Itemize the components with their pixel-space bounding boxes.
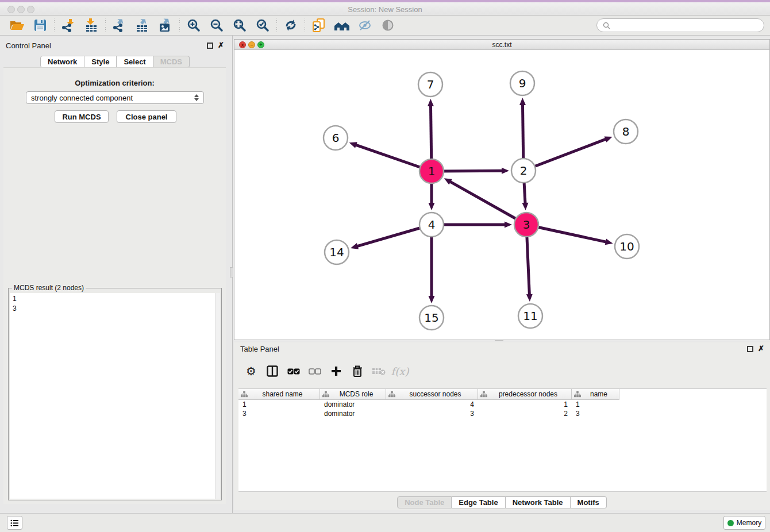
memory-status-icon xyxy=(727,520,734,526)
hide-graphics-details-button[interactable] xyxy=(353,17,376,34)
run-mcds-button[interactable]: Run MCDS xyxy=(55,110,109,123)
zoom-selected-button[interactable] xyxy=(251,17,274,34)
function-builder-icon: f(x) xyxy=(391,365,409,377)
search-input[interactable] xyxy=(614,21,758,29)
column-header-successor-nodes[interactable]: successor nodes xyxy=(386,389,478,400)
arrowhead-icon xyxy=(522,203,528,210)
zoom-out-button[interactable] xyxy=(205,17,228,34)
birdseye-view-button[interactable] xyxy=(376,17,399,34)
export-image-icon xyxy=(159,18,172,32)
column-header-name[interactable]: name xyxy=(572,389,619,400)
export-table-button[interactable] xyxy=(131,17,154,34)
column-header-shared-name[interactable]: shared name xyxy=(238,389,320,400)
network-canvas[interactable]: 7968124314101511 xyxy=(234,50,769,340)
apply-layout-button[interactable] xyxy=(279,17,302,34)
save-session-icon xyxy=(34,19,47,32)
close-panel-button[interactable]: Close panel xyxy=(117,110,176,123)
new-network-from-selection-button[interactable] xyxy=(307,17,330,34)
node-label-4: 4 xyxy=(428,218,436,232)
tab-node-table[interactable]: Node Table xyxy=(397,496,452,508)
node-label-6: 6 xyxy=(332,131,340,145)
hide-graphics-details-icon xyxy=(358,19,372,32)
zoom-fit-button[interactable] xyxy=(228,17,251,34)
import-network-button[interactable] xyxy=(57,17,80,34)
network-view-window: x – + scc.txt 7968124314101511 xyxy=(234,39,770,340)
node-table: shared nameMCDS rolesuccessor nodesprede… xyxy=(238,388,767,492)
node-label-2: 2 xyxy=(520,164,528,178)
table-cell[interactable]: dominator xyxy=(320,409,386,418)
task-history-button[interactable] xyxy=(7,516,22,530)
table-row[interactable]: 3dominator323 xyxy=(238,409,767,418)
home-button[interactable] xyxy=(330,17,353,34)
node-label-1: 1 xyxy=(428,164,436,178)
arrowhead-icon xyxy=(519,98,526,105)
zoom-in-button[interactable] xyxy=(182,17,205,34)
criterion-dropdown[interactable]: strongly connected component xyxy=(26,91,204,104)
criterion-value: strongly connected component xyxy=(31,94,133,102)
tab-network-table[interactable]: Network Table xyxy=(506,496,571,508)
float-panel-icon[interactable] xyxy=(207,43,213,49)
toolbar-separator xyxy=(105,18,106,33)
table-panel-tabs: Node TableEdge TableNetwork TableMotifs xyxy=(234,496,770,508)
birdseye-view-icon xyxy=(381,18,395,32)
table-row[interactable]: 1dominator411 xyxy=(238,400,767,409)
delete-table-button[interactable] xyxy=(371,363,387,379)
arrowhead-icon xyxy=(349,142,357,148)
mcds-panel: Optimization criterion: strongly connect… xyxy=(3,67,226,504)
attribute-tree-icon xyxy=(480,391,487,398)
column-header-predecessor-nodes[interactable]: predecessor nodes xyxy=(478,389,572,400)
table-cell[interactable]: 3 xyxy=(572,409,619,418)
delete-row-button[interactable] xyxy=(349,363,365,379)
node-label-15: 15 xyxy=(424,311,438,325)
open-session-button[interactable] xyxy=(6,17,29,34)
tab-motifs[interactable]: Motifs xyxy=(571,496,607,508)
column-layout-button[interactable] xyxy=(264,363,280,379)
table-cell[interactable]: 4 xyxy=(386,400,478,409)
tab-network[interactable]: Network xyxy=(40,56,84,68)
import-table-button[interactable] xyxy=(80,17,103,34)
float-table-panel-icon[interactable] xyxy=(747,346,753,352)
edge-3-1[interactable] xyxy=(450,182,526,225)
arrowhead-icon xyxy=(502,168,509,174)
memory-button[interactable]: Memory xyxy=(723,516,765,530)
settings-gear-button[interactable]: ⚙ xyxy=(243,363,259,379)
deselect-all-columns-button[interactable] xyxy=(307,363,323,379)
export-image-button[interactable] xyxy=(154,17,177,34)
close-panel-icon[interactable]: ✗ xyxy=(218,41,224,49)
search-box[interactable] xyxy=(596,18,764,32)
result-scrollbar[interactable] xyxy=(215,293,220,499)
table-cell[interactable]: 1 xyxy=(238,400,320,409)
splitter-grip[interactable] xyxy=(230,267,233,277)
close-table-panel-icon[interactable]: ✗ xyxy=(758,344,764,353)
node-label-9: 9 xyxy=(519,76,526,90)
control-panel-tabs: NetworkStyleSelectMCDS xyxy=(0,56,230,68)
table-cell[interactable]: 2 xyxy=(478,409,572,418)
vertical-splitter[interactable] xyxy=(230,36,234,513)
select-all-columns-button[interactable] xyxy=(286,363,302,379)
table-cell[interactable]: 3 xyxy=(386,409,478,418)
function-builder-button[interactable]: f(x) xyxy=(392,363,408,379)
edge-2-8[interactable] xyxy=(523,139,606,171)
tab-mcds[interactable]: MCDS xyxy=(153,56,190,68)
network-window-titlebar[interactable]: x – + scc.txt xyxy=(234,40,769,50)
table-cell[interactable]: 3 xyxy=(238,409,320,418)
node-label-14: 14 xyxy=(329,245,344,259)
attribute-tree-icon xyxy=(574,391,581,398)
chevron-up-down-icon xyxy=(194,94,199,101)
export-network-icon xyxy=(113,18,126,32)
add-row-button[interactable] xyxy=(328,363,344,379)
table-cell[interactable]: dominator xyxy=(320,400,386,409)
node-label-8: 8 xyxy=(622,125,630,138)
table-cell[interactable]: 1 xyxy=(572,400,619,409)
export-network-button[interactable] xyxy=(108,17,131,34)
table-cell[interactable]: 1 xyxy=(478,400,572,409)
mcds-result-text[interactable]: 1 3 xyxy=(10,293,215,499)
column-header-MCDS-role[interactable]: MCDS role xyxy=(320,389,386,400)
tab-style[interactable]: Style xyxy=(84,56,117,68)
save-session-button[interactable] xyxy=(29,17,52,34)
node-label-7: 7 xyxy=(427,78,434,91)
tab-edge-table[interactable]: Edge Table xyxy=(452,496,505,508)
tab-select[interactable]: Select xyxy=(117,56,153,68)
arrowhead-icon xyxy=(605,136,613,142)
control-panel-title: Control Panel xyxy=(6,41,51,50)
